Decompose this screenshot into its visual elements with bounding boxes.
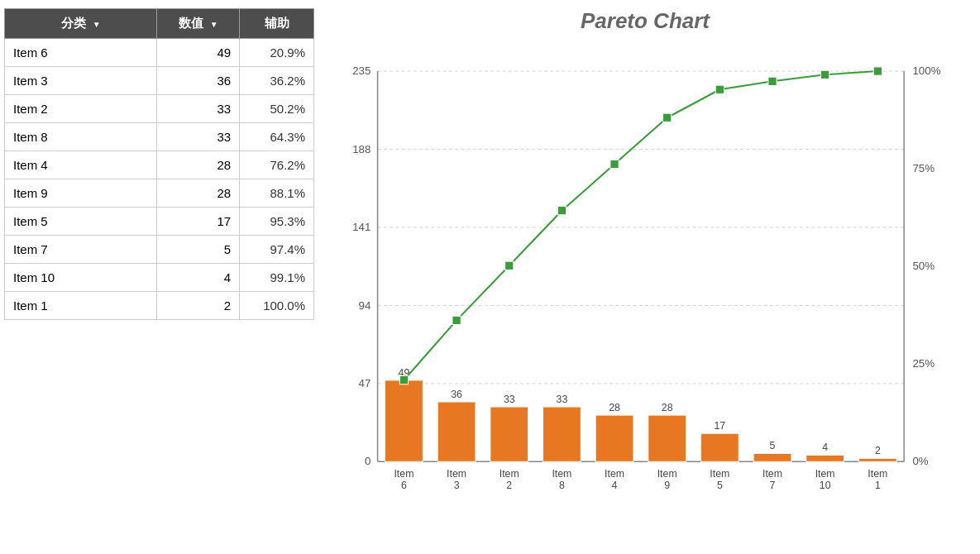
- svg-line-63: [562, 164, 614, 210]
- svg-text:Item: Item: [394, 468, 414, 480]
- svg-rect-28: [490, 407, 528, 461]
- pareto-chart: 047941411882350%25%50%75%100%49Item636It…: [327, 38, 963, 546]
- chart-container: 047941411882350%25%50%75%100%49Item636It…: [327, 38, 963, 546]
- cell-aux: 20.9%: [240, 39, 314, 67]
- cell-category: Item 1: [5, 292, 157, 320]
- table-row: Item 6 49 20.9%: [5, 39, 314, 67]
- svg-line-67: [772, 74, 825, 81]
- svg-rect-73: [610, 160, 619, 168]
- svg-text:75%: 75%: [912, 162, 935, 174]
- cell-category: Item 2: [5, 95, 157, 123]
- table-body: Item 6 49 20.9% Item 3 36 36.2% Item 2 3…: [5, 39, 314, 320]
- table-row: Item 4 28 76.2%: [5, 151, 314, 179]
- svg-line-68: [825, 71, 878, 74]
- svg-text:Item: Item: [815, 468, 835, 480]
- cell-value: 2: [157, 292, 240, 320]
- cell-category: Item 8: [5, 123, 157, 151]
- svg-text:1: 1: [875, 480, 881, 491]
- cell-category: Item 4: [5, 151, 157, 179]
- svg-rect-70: [452, 316, 461, 324]
- svg-text:5: 5: [717, 480, 723, 491]
- svg-text:17: 17: [714, 420, 725, 432]
- svg-rect-32: [543, 407, 581, 461]
- cell-aux: 76.2%: [240, 151, 314, 179]
- svg-text:5: 5: [770, 440, 776, 451]
- svg-text:6: 6: [401, 480, 407, 491]
- table-row: Item 5 17 95.3%: [5, 208, 314, 236]
- cell-aux: 97.4%: [240, 236, 314, 264]
- svg-line-65: [667, 89, 720, 117]
- svg-line-60: [404, 320, 457, 380]
- svg-rect-48: [753, 453, 791, 461]
- svg-rect-44: [700, 433, 739, 461]
- svg-rect-74: [663, 113, 672, 122]
- svg-line-62: [509, 211, 562, 266]
- svg-text:10: 10: [820, 480, 831, 491]
- svg-text:33: 33: [504, 394, 515, 405]
- svg-rect-40: [648, 415, 686, 461]
- svg-rect-52: [806, 455, 844, 461]
- col-header-category[interactable]: 分类 ▼: [5, 9, 157, 39]
- svg-text:Item: Item: [762, 468, 782, 480]
- cell-value: 49: [157, 39, 240, 67]
- svg-text:Item: Item: [710, 468, 729, 480]
- col-header-aux: 辅助: [240, 9, 314, 39]
- svg-text:Item: Item: [500, 468, 519, 480]
- svg-text:25%: 25%: [912, 357, 935, 370]
- svg-line-61: [457, 265, 509, 320]
- chart-title: Pareto Chart: [327, 8, 963, 34]
- svg-text:Item: Item: [447, 468, 466, 480]
- svg-text:Item: Item: [605, 468, 624, 480]
- cell-value: 33: [157, 123, 240, 151]
- cell-category: Item 3: [5, 67, 157, 95]
- filter-icon-category[interactable]: ▼: [93, 20, 101, 29]
- filter-icon-value[interactable]: ▼: [210, 20, 218, 29]
- table-row: Item 3 36 36.2%: [5, 67, 314, 95]
- cell-value: 28: [157, 179, 240, 208]
- svg-text:2: 2: [875, 445, 881, 456]
- svg-rect-72: [557, 207, 566, 215]
- cell-category: Item 5: [5, 208, 157, 236]
- cell-value: 33: [157, 95, 240, 123]
- cell-category: Item 7: [5, 236, 157, 264]
- cell-value: 4: [157, 264, 240, 292]
- table-row: Item 1 2 100.0%: [5, 292, 314, 320]
- cell-aux: 64.3%: [240, 123, 314, 151]
- cell-value: 17: [157, 208, 240, 236]
- svg-text:4: 4: [822, 442, 828, 453]
- svg-text:28: 28: [662, 402, 673, 413]
- svg-text:100%: 100%: [912, 64, 940, 77]
- svg-rect-56: [858, 458, 896, 461]
- chart-section: Pareto Chart 047941411882350%25%50%75%10…: [318, 0, 980, 554]
- table-row: Item 2 33 50.2%: [5, 95, 314, 123]
- svg-text:8: 8: [559, 480, 565, 491]
- svg-text:Item: Item: [552, 468, 571, 480]
- table-row: Item 7 5 97.4%: [5, 236, 314, 264]
- svg-text:2: 2: [506, 480, 512, 491]
- svg-text:235: 235: [352, 64, 370, 77]
- table-row: Item 10 4 99.1%: [5, 264, 314, 292]
- data-table: 分类 ▼ 数值 ▼ 辅助 Item 6 49 20.9% Item 3 36 3…: [4, 8, 314, 320]
- svg-rect-24: [437, 402, 476, 461]
- cell-value: 28: [157, 151, 240, 179]
- svg-text:36: 36: [451, 389, 462, 400]
- cell-value: 5: [157, 236, 240, 264]
- svg-text:0: 0: [365, 455, 370, 467]
- svg-text:47: 47: [359, 377, 371, 389]
- cell-aux: 88.1%: [240, 179, 314, 208]
- cell-aux: 50.2%: [240, 95, 314, 123]
- svg-rect-71: [505, 261, 514, 270]
- cell-aux: 99.1%: [240, 264, 314, 292]
- table-row: Item 8 33 64.3%: [5, 123, 314, 151]
- cell-aux: 36.2%: [240, 67, 314, 95]
- svg-rect-20: [385, 380, 423, 461]
- svg-text:141: 141: [352, 221, 370, 233]
- svg-text:50%: 50%: [912, 260, 935, 272]
- svg-rect-78: [873, 67, 882, 75]
- table-row: Item 9 28 88.1%: [5, 179, 314, 208]
- svg-text:Item: Item: [868, 468, 887, 480]
- cell-aux: 100.0%: [240, 292, 314, 320]
- cell-category: Item 6: [5, 39, 157, 67]
- svg-rect-36: [595, 415, 633, 461]
- col-header-value[interactable]: 数值 ▼: [157, 9, 240, 39]
